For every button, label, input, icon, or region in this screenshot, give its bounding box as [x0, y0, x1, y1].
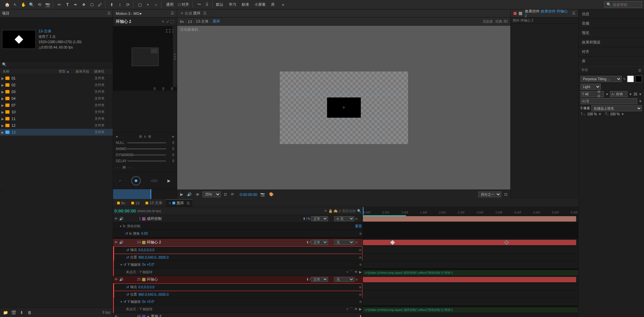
puppet-tool-icon[interactable]: 🖊	[96, 1, 104, 8]
layer-vis-icon[interactable]: 👁	[114, 217, 118, 221]
tracking-arrow-icon[interactable]: ▼	[639, 99, 642, 103]
layer-audio-24[interactable]: 🔊	[119, 240, 123, 244]
effects-menu-icon[interactable]: ☰	[572, 11, 575, 16]
motion3-icon[interactable]: ⟳	[124, 1, 132, 8]
right-panel-preview[interactable]: 预览	[579, 28, 644, 38]
right-panel-audio[interactable]: 音频	[579, 19, 644, 28]
comp-preview-icon[interactable]: 👁	[195, 193, 200, 197]
delete-icon[interactable]: 🗑	[26, 309, 33, 316]
select-tool-icon[interactable]: ↖	[11, 1, 19, 8]
motion3-nav-right[interactable]: ▸	[172, 135, 174, 138]
char-menu-icon[interactable]: ☰	[638, 68, 641, 72]
layer-parent-25[interactable]: 无	[334, 277, 354, 282]
motion3-fullscreen-icon[interactable]: ⛶	[170, 20, 174, 24]
list-item[interactable]: ▶ 11 文件夹	[0, 115, 113, 122]
motion3-anim-btn[interactable]: ∧	[144, 135, 146, 138]
home-icon[interactable]: 🏠	[3, 1, 11, 8]
expr-eq-25[interactable]: =	[346, 307, 348, 311]
menu-align[interactable]: □ 对齐	[176, 1, 191, 8]
comp-camera-icon[interactable]: 📷	[259, 192, 266, 197]
tab-13[interactable]: 13	[129, 199, 142, 207]
camera-icon[interactable]: 📷	[44, 1, 51, 8]
timeline-search-icon[interactable]: 🔍	[357, 209, 361, 213]
layer-row-1[interactable]: 👁 🔊 1 成环控制 ⬆ / fx 正	[113, 215, 363, 223]
list-item[interactable]: ▶ 10 文件夹	[0, 109, 113, 115]
right-panel-align[interactable]: 对齐	[579, 47, 644, 57]
zoom-select[interactable]: 25% 50% 100%	[203, 192, 221, 197]
layer-row-25[interactable]: 👁 🔊 25 环轴心 ⬆ / 正常	[113, 276, 363, 283]
ctrl-right-icon[interactable]: ▷	[155, 178, 158, 183]
type-tool-icon[interactable]: T	[64, 1, 71, 8]
motion3-menu-icon[interactable]: ☰	[171, 11, 174, 16]
new-comp-icon[interactable]: 🎬	[10, 309, 17, 316]
lock-icon[interactable]: 🔒	[328, 209, 332, 213]
effects-close-icon[interactable]	[513, 12, 517, 15]
layer-anchor-48[interactable]: ⬆	[359, 315, 362, 317]
breadcrumb-13main[interactable]: 13-主体	[196, 19, 209, 24]
tab-fin[interactable]: fin	[114, 199, 128, 207]
comp-menu-icon[interactable]: ☰	[203, 11, 207, 16]
expr-eq-icon[interactable]: =	[346, 270, 348, 274]
font-size-input[interactable]	[585, 92, 597, 96]
yrot-collapse-icon[interactable]: ▾	[120, 263, 122, 266]
font-family-select[interactable]: Perpetua Titling ...	[581, 76, 622, 82]
breadcrumb-fin[interactable]: fin	[180, 20, 184, 24]
hand-tool-icon[interactable]: ✋	[20, 1, 27, 8]
layer-anchor-icon[interactable]: ⬆	[303, 217, 305, 221]
comp-rotate-icon[interactable]: ⟳	[230, 192, 235, 197]
list-item[interactable]: ▶ 12 文件夹	[0, 122, 113, 129]
comp-tab-close-icon[interactable]: ✕	[181, 11, 183, 15]
list-item[interactable]: ▶ 03 文件夹	[0, 88, 113, 95]
percent1-arrow[interactable]: ▼	[598, 112, 601, 116]
layer-row-24[interactable]: 👁 🔊 24 环轴心 2 ⬆ / 正常	[113, 239, 363, 246]
comp-audio-icon[interactable]: 🔊	[186, 192, 193, 197]
layer-audio-25[interactable]: 🔊	[119, 278, 123, 281]
list-item[interactable]: ▶ 04 文件夹	[0, 95, 113, 102]
shy-icon[interactable]: 🙈	[333, 209, 338, 213]
layer-parent-24[interactable]: 无	[334, 240, 354, 245]
slider-animo-track[interactable]	[127, 148, 166, 149]
motion3-expand-btn[interactable]: ⊞	[139, 135, 142, 138]
layer-vis-48[interactable]: 👁	[114, 314, 118, 317]
eraser-tool-icon[interactable]: ⬡	[88, 1, 96, 8]
layer-vis-25[interactable]: 👁	[114, 277, 118, 282]
view-select[interactable]: 四分之一 完整	[478, 192, 501, 197]
list-item[interactable]: ▶ 13 文件夹	[0, 129, 113, 136]
motion2-icon[interactable]: ↕	[116, 1, 124, 8]
menu-small[interactable]: 小屏幕	[252, 1, 268, 8]
expr-curve-icon[interactable]: ⌒	[350, 270, 353, 275]
layer-audio-icon[interactable]: 🔊	[119, 217, 123, 221]
percent2-arrow[interactable]: ▼	[621, 112, 624, 116]
tab-huanhuan-close[interactable]: ✕	[168, 201, 171, 205]
zoom-tool-icon[interactable]: 🔍	[28, 1, 35, 8]
motion3-expand-icon[interactable]: ⤢	[166, 20, 169, 24]
layer-mode-25[interactable]: 正常	[311, 277, 328, 282]
layer-slash-24[interactable]: /	[310, 240, 311, 244]
new-item-icon[interactable]: ⬇	[18, 309, 25, 316]
layer-slash-25[interactable]: /	[310, 278, 311, 281]
fill-select[interactable]: 在描边上填充	[591, 105, 642, 111]
breadcrumb-huanhuan[interactable]: 黑环	[213, 19, 220, 24]
comp-color-icon[interactable]: 🎨	[268, 192, 275, 197]
motion3-more-btn[interactable]: ⊞	[148, 135, 151, 138]
fx-reset-btn[interactable]: 重置	[355, 224, 362, 229]
size-arrow-icon[interactable]: ▼	[605, 92, 609, 96]
layer-mode-24[interactable]: 正常	[311, 240, 328, 245]
right-panel-info[interactable]: 信息	[579, 9, 644, 19]
font-color-swatch-black[interactable]	[635, 76, 642, 82]
yrot-collapse-25[interactable]: ▾	[120, 300, 122, 304]
comp-fit-icon[interactable]: ⊡	[223, 192, 228, 197]
rotate-icon[interactable]: ⟲	[36, 1, 43, 8]
slider-dynamics-track[interactable]	[127, 154, 166, 155]
slider-delay-track[interactable]	[127, 161, 166, 162]
tab-huanhuan[interactable]: ✕ 黑环 ☰	[166, 199, 192, 207]
font-color-swatch-white[interactable]	[627, 76, 634, 82]
layer-parent-1[interactable]: ⊕ 无	[334, 216, 354, 221]
menu-learn[interactable]: 学习	[227, 1, 238, 8]
play-icon[interactable]: ▶	[167, 178, 170, 183]
expr-eye-icon[interactable]: 👁	[354, 270, 358, 274]
layer-mode-1[interactable]: 正常	[311, 216, 328, 221]
comp-collapse-icon[interactable]: ⊡	[503, 192, 508, 197]
motion3-select-icon[interactable]: ↖	[162, 20, 165, 24]
brush-tool-icon[interactable]: ✒	[72, 1, 79, 8]
